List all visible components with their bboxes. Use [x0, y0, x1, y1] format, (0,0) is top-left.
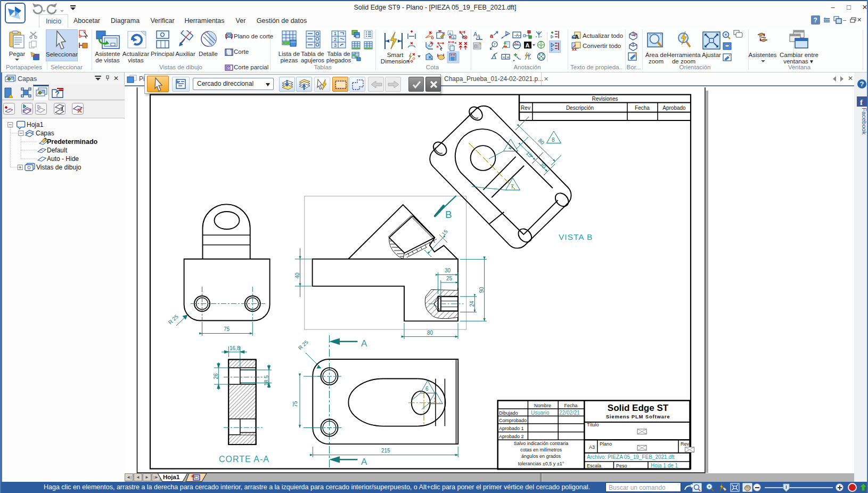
svg-text:18,5: 18,5 [264, 375, 269, 386]
svg-text:80: 80 [427, 330, 433, 336]
svg-text:2: 2 [334, 37, 337, 42]
svg-text:VISTA B: VISTA B [559, 232, 593, 241]
svg-text:Nombre: Nombre [534, 403, 551, 408]
svg-text:A: A [361, 338, 367, 349]
svg-text:80: 80 [537, 138, 546, 146]
svg-text:7: 7 [511, 184, 514, 190]
svg-text:Rev: Rev [681, 441, 690, 447]
svg-text:xx: xx [572, 47, 577, 51]
svg-text:15: 15 [440, 228, 449, 237]
svg-text:A1: A1 [514, 42, 519, 45]
svg-text:75: 75 [224, 326, 230, 332]
svg-text:25: 25 [446, 276, 453, 281]
svg-text:Hoja 1 de 1: Hoja 1 de 1 [651, 463, 678, 468]
svg-text:Dibujado: Dibujado [499, 410, 518, 416]
svg-text:7: 7 [494, 42, 496, 47]
svg-text:215: 215 [381, 448, 390, 454]
svg-text:Aprobado 1: Aprobado 1 [499, 426, 524, 431]
svg-text:Fecha: Fecha [564, 403, 577, 408]
svg-text:75: 75 [292, 401, 298, 407]
svg-text:Escala: Escala [587, 463, 601, 468]
svg-text:Rev: Rev [521, 105, 530, 111]
svg-text:ángulos en grados: ángulos en grados [521, 454, 561, 459]
svg-text:Título: Título [587, 422, 599, 427]
svg-text:A: A [361, 457, 367, 467]
svg-text:Salvo indicación contraria: Salvo indicación contraria [514, 441, 569, 446]
svg-text:?: ? [55, 90, 60, 98]
svg-text:Archivo: PIEZA 05_19_FEB_2021.: Archivo: PIEZA 05_19_FEB_2021.dft [587, 454, 675, 460]
svg-text:Aprobado 2: Aprobado 2 [499, 434, 524, 439]
svg-text:A: A [526, 42, 530, 49]
svg-text:B: B [445, 209, 452, 220]
svg-text:3: 3 [334, 43, 337, 48]
svg-text:22/02/21: 22/02/21 [559, 410, 580, 416]
svg-text:A: A [575, 34, 579, 40]
svg-text:Revisiones: Revisiones [592, 96, 618, 102]
svg-text:Comprobado: Comprobado [499, 418, 527, 423]
svg-text:90: 90 [479, 287, 485, 293]
svg-text:15: 15 [525, 150, 534, 159]
svg-text:6: 6 [425, 386, 429, 392]
svg-text:24: 24 [469, 301, 475, 307]
svg-text:Plano: Plano [600, 441, 612, 447]
svg-text:?: ? [814, 17, 817, 24]
svg-text:✕: ✕ [503, 55, 505, 59]
svg-text:1: 1 [334, 31, 337, 36]
svg-text:-A-: -A- [514, 33, 521, 38]
svg-text:4: 4 [509, 145, 512, 151]
svg-text:R 25: R 25 [167, 313, 179, 326]
svg-text:16,8: 16,8 [230, 345, 240, 351]
svg-text:Descripción: Descripción [566, 105, 594, 111]
svg-text:CORTE A-A: CORTE A-A [219, 455, 269, 464]
svg-text:Siemens PLM Software: Siemens PLM Software [606, 414, 670, 419]
svg-text:✕: ✕ [506, 55, 509, 59]
svg-text:Fecha: Fecha [635, 105, 650, 111]
svg-text:R 25: R 25 [297, 339, 309, 351]
svg-text:Aprobado: Aprobado [662, 105, 686, 111]
svg-text:Usuario: Usuario [531, 410, 550, 416]
svg-text:8: 8 [552, 137, 555, 143]
svg-text:26: 26 [213, 373, 219, 379]
svg-text:A: A [453, 36, 455, 39]
svg-text:A3: A3 [589, 444, 595, 450]
svg-text:A: A [449, 31, 452, 36]
svg-text:tolerancias ±0,5 y ±1°: tolerancias ±0,5 y ±1° [518, 461, 564, 466]
svg-text:1: 1 [433, 397, 437, 403]
svg-text:Peso: Peso [616, 463, 627, 468]
svg-text:30: 30 [539, 161, 547, 170]
svg-text:Solid Edge ST: Solid Edge ST [608, 403, 669, 413]
svg-text:40: 40 [294, 272, 300, 279]
svg-text:cotas en milímetros: cotas en milímetros [520, 447, 562, 452]
svg-text:a: a [490, 33, 494, 39]
svg-text:30: 30 [445, 268, 451, 273]
